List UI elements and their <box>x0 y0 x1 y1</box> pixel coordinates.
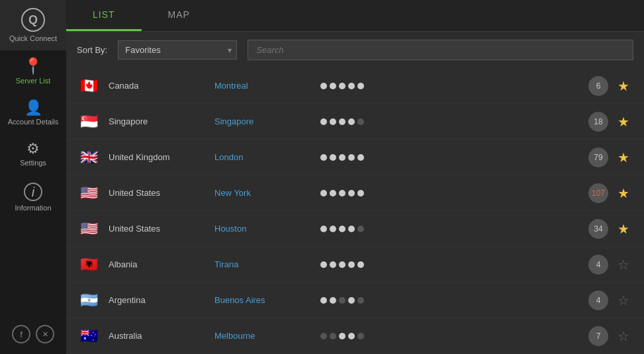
signal-strength <box>320 226 588 232</box>
filled-dot <box>330 190 336 197</box>
filled-dot <box>330 118 336 125</box>
country-flag: 🇸🇬 <box>77 114 101 130</box>
sidebar-item-label: Account Details <box>8 118 58 126</box>
signal-strength <box>320 261 588 268</box>
empty-dot <box>330 333 336 339</box>
table-row[interactable]: 🇦🇺AustraliaMelbourne7☆ <box>66 318 644 354</box>
sidebar: Q Quick Connect 📍 Server List 👤 Account … <box>0 0 66 354</box>
sidebar-item-server-list[interactable]: 📍 Server List <box>0 50 66 93</box>
sort-label: Sort By: <box>77 45 107 55</box>
country-name: United States <box>109 224 214 234</box>
filled-dot <box>320 83 327 89</box>
filled-dot <box>320 297 327 304</box>
server-count-badge: 18 <box>588 112 608 132</box>
filled-dot <box>339 261 345 268</box>
empty-dot <box>357 333 364 339</box>
country-name: United Kingdom <box>109 152 214 162</box>
filled-dot <box>348 226 355 232</box>
sidebar-item-quick-connect[interactable]: Q Quick Connect <box>0 0 66 50</box>
server-count-badge: 4 <box>588 255 608 275</box>
filled-dot <box>339 190 345 197</box>
tab-map[interactable]: MAP <box>142 0 216 31</box>
country-flag: 🇦🇱 <box>77 257 101 273</box>
table-row[interactable]: 🇬🇧United KingdomLondon79★ <box>66 140 644 175</box>
signal-strength <box>320 83 588 89</box>
table-row[interactable]: 🇦🇱AlbaniaTirana4☆ <box>66 247 644 283</box>
favorite-star-button[interactable]: ★ <box>614 183 633 203</box>
filled-dot <box>320 154 327 161</box>
sidebar-item-settings[interactable]: ⚙ Settings <box>0 134 66 175</box>
info-icon: i <box>24 183 42 201</box>
country-flag: 🇬🇧 <box>77 150 101 165</box>
favorite-star-button[interactable]: ★ <box>614 112 633 132</box>
favorite-star-button[interactable]: ☆ <box>614 326 633 346</box>
filled-dot <box>320 261 327 268</box>
table-row[interactable]: 🇸🇬SingaporeSingapore18★ <box>66 104 644 140</box>
filled-dot <box>330 297 336 304</box>
table-row[interactable]: 🇺🇸United StatesNew York107★ <box>66 175 644 211</box>
sidebar-item-information[interactable]: i Information <box>0 175 66 220</box>
signal-strength <box>320 297 588 304</box>
empty-dot <box>320 333 327 339</box>
filled-dot <box>320 118 327 125</box>
table-row[interactable]: 🇺🇸United StatesHouston34★ <box>66 211 644 247</box>
twitter-icon[interactable]: ✕ <box>36 325 54 343</box>
city-name: New York <box>214 188 320 198</box>
favorite-star-button[interactable]: ★ <box>614 219 633 239</box>
signal-strength <box>320 190 588 197</box>
table-row[interactable]: 🇦🇷ArgentinaBuenos Aires4☆ <box>66 283 644 318</box>
favorite-star-button[interactable]: ★ <box>614 148 633 167</box>
empty-dot <box>339 297 345 304</box>
sidebar-item-label: Settings <box>20 159 46 167</box>
sort-select[interactable]: Favorites Country City Server Count <box>118 40 237 60</box>
city-name: Buenos Aires <box>214 295 320 305</box>
server-count-badge: 6 <box>588 76 608 96</box>
filled-dot <box>348 83 355 89</box>
filled-dot <box>357 154 364 161</box>
tab-list[interactable]: LIST <box>66 0 142 31</box>
filled-dot <box>348 297 355 304</box>
favorite-star-button[interactable]: ☆ <box>614 255 633 275</box>
country-name: Albania <box>109 259 214 269</box>
account-icon: 👤 <box>24 101 42 115</box>
controls-row: Sort By: Favorites Country City Server C… <box>66 32 644 68</box>
signal-strength <box>320 154 588 161</box>
favorite-star-button[interactable]: ★ <box>614 76 633 96</box>
filled-dot <box>339 154 345 161</box>
country-flag: 🇦🇺 <box>77 328 101 344</box>
sidebar-item-label: Quick Connect <box>9 34 57 42</box>
main-content: LIST MAP Sort By: Favorites Country City… <box>66 0 644 354</box>
signal-strength <box>320 118 588 125</box>
filled-dot <box>348 154 355 161</box>
server-list-icon: 📍 <box>23 58 43 74</box>
filled-dot <box>330 261 336 268</box>
sidebar-item-label: Server List <box>16 77 51 85</box>
city-name: Melbourne <box>214 331 320 341</box>
empty-dot <box>357 297 364 304</box>
filled-dot <box>357 261 364 268</box>
search-input[interactable] <box>248 40 633 60</box>
server-count-badge: 79 <box>588 148 608 167</box>
filled-dot <box>357 190 364 197</box>
favorite-star-button[interactable]: ☆ <box>614 290 633 310</box>
country-flag: 🇺🇸 <box>77 185 101 201</box>
filled-dot <box>339 118 345 125</box>
country-flag: 🇦🇷 <box>77 292 101 308</box>
empty-dot <box>357 118 364 125</box>
filled-dot <box>357 83 364 89</box>
sidebar-item-account-details[interactable]: 👤 Account Details <box>0 93 66 134</box>
country-name: Australia <box>109 331 214 341</box>
settings-icon: ⚙ <box>26 142 40 156</box>
city-name: Tirana <box>214 259 320 269</box>
country-name: Singapore <box>109 116 214 126</box>
filled-dot <box>330 154 336 161</box>
facebook-icon[interactable]: f <box>12 325 30 343</box>
empty-dot <box>357 226 364 232</box>
table-row[interactable]: 🇨🇦CanadaMontreal6★ <box>66 68 644 104</box>
city-name: London <box>214 152 320 162</box>
city-name: Montreal <box>214 81 320 91</box>
filled-dot <box>348 190 355 197</box>
filled-dot <box>339 226 345 232</box>
sort-select-wrapper: Favorites Country City Server Count ▾ <box>118 40 237 60</box>
social-links: f ✕ <box>7 320 60 349</box>
